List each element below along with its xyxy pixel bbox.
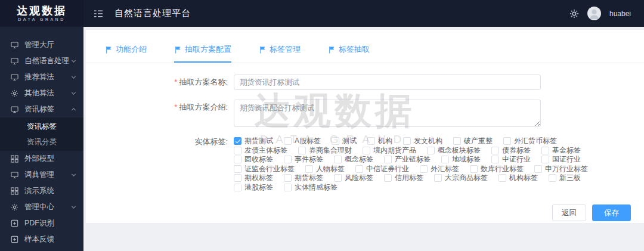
entity-tag-checkbox[interactable]: 中证行业 bbox=[491, 155, 531, 165]
checkbox-icon[interactable] bbox=[355, 165, 363, 173]
checkbox-icon[interactable] bbox=[541, 156, 549, 163]
checkbox-icon[interactable] bbox=[441, 156, 449, 163]
sidebar-subitem[interactable]: 资讯分类 bbox=[0, 134, 83, 150]
entity-tag-checkbox[interactable]: 破产重整 bbox=[453, 137, 493, 146]
entity-tag-checkbox[interactable]: 证监会行业标签 bbox=[234, 165, 295, 174]
monitor-icon bbox=[11, 106, 19, 114]
action-bar: 返回 保存 bbox=[86, 204, 644, 221]
entity-tag-checkbox[interactable]: 期货标签 bbox=[284, 173, 323, 183]
sidebar-item[interactable]: 自然语言处理 bbox=[0, 53, 83, 69]
sidebar-item[interactable]: 样本反馈 bbox=[0, 231, 83, 247]
entity-tag-checkbox[interactable]: 固收标签 bbox=[234, 155, 273, 165]
entity-tag-checkbox[interactable]: 测试 bbox=[332, 137, 357, 146]
tab-标签管理[interactable]: 标签管理 bbox=[259, 44, 301, 63]
checkbox-icon[interactable] bbox=[334, 174, 342, 182]
settings-gear-icon[interactable] bbox=[569, 9, 579, 18]
sidebar-item[interactable]: 资讯标签 bbox=[0, 101, 83, 117]
scheme-name-input[interactable] bbox=[234, 75, 541, 90]
checkbox-icon[interactable] bbox=[420, 165, 428, 173]
menu-toggle-icon[interactable] bbox=[91, 6, 106, 21]
entity-tag-checkbox[interactable]: 产业链标签 bbox=[384, 155, 431, 165]
entity-tag-checkbox[interactable]: 概念板块标签 bbox=[427, 146, 481, 156]
checkbox-icon[interactable] bbox=[470, 165, 478, 173]
flag-icon bbox=[174, 46, 181, 54]
checkbox-icon[interactable] bbox=[284, 156, 292, 163]
entity-tag-checkbox[interactable]: 港股标签 bbox=[234, 183, 273, 193]
checkbox-icon[interactable] bbox=[499, 174, 506, 182]
checkbox-icon[interactable] bbox=[541, 147, 549, 154]
sidebar-item[interactable]: 推荐算法 bbox=[0, 69, 83, 85]
sidebar-item[interactable]: 词典管理 bbox=[0, 167, 83, 183]
entity-tag-checkbox[interactable]: 大宗商品标签 bbox=[434, 173, 488, 183]
entity-tag-checkbox[interactable]: 国证行业 bbox=[541, 155, 581, 165]
checkbox-icon[interactable] bbox=[384, 156, 392, 163]
checkbox-checked-icon[interactable] bbox=[234, 137, 242, 145]
checkbox-icon[interactable] bbox=[434, 174, 442, 182]
checkbox-icon[interactable] bbox=[453, 137, 461, 145]
chevron-down-icon bbox=[71, 75, 76, 80]
sidebar-item[interactable]: 管理中心 bbox=[0, 199, 83, 215]
sidebar-item[interactable]: PDF识别 bbox=[0, 215, 83, 231]
entity-tag-checkbox[interactable]: 实体情感标签 bbox=[284, 183, 338, 193]
entity-tag-checkbox[interactable]: 机构标签 bbox=[499, 173, 538, 183]
tab-标签抽取[interactable]: 标签抽取 bbox=[328, 44, 370, 63]
entity-tag-checkbox[interactable]: 期权标签 bbox=[234, 173, 273, 183]
user-avatar[interactable] bbox=[587, 7, 601, 20]
back-button[interactable]: 返回 bbox=[552, 204, 586, 221]
entity-tag-checkbox[interactable]: 券商集合理财 bbox=[298, 146, 352, 156]
sidebar-item[interactable]: 演示系统 bbox=[0, 183, 83, 199]
scheme-intro-textarea[interactable]: 期货资讯配合打标测试 bbox=[234, 100, 541, 127]
checkbox-icon[interactable] bbox=[363, 147, 370, 154]
sidebar-item[interactable]: 帮助中心 bbox=[0, 247, 83, 251]
checkbox-icon[interactable] bbox=[298, 147, 306, 154]
entity-tag-checkbox[interactable]: 中信证券行业 bbox=[355, 165, 409, 174]
entity-tag-checkbox[interactable]: 期货测试 bbox=[234, 137, 273, 146]
sidebar-item[interactable]: 外部模型 bbox=[0, 151, 83, 167]
entity-tag-checkbox[interactable]: 数库行业标签 bbox=[470, 165, 524, 174]
checkbox-icon[interactable] bbox=[234, 174, 242, 182]
checkbox-icon[interactable] bbox=[332, 137, 339, 145]
sidebar-item[interactable]: 其他算法 bbox=[0, 85, 83, 101]
checkbox-icon[interactable] bbox=[491, 156, 499, 163]
checkbox-icon[interactable] bbox=[284, 137, 292, 145]
entity-tag-checkbox[interactable]: 新三板 bbox=[549, 173, 581, 183]
checkbox-icon[interactable] bbox=[534, 165, 542, 173]
save-button[interactable]: 保存 bbox=[592, 204, 631, 221]
entity-tag-checkbox[interactable]: 发文机构 bbox=[403, 137, 442, 146]
checkbox-icon[interactable] bbox=[384, 174, 392, 182]
entity-tag-checkbox[interactable]: 基金标签 bbox=[541, 146, 581, 156]
entity-tag-checkbox[interactable]: 地域标签 bbox=[441, 155, 481, 165]
checkbox-icon[interactable] bbox=[367, 137, 375, 145]
checkbox-icon[interactable] bbox=[234, 156, 242, 163]
entity-tag-checkbox[interactable]: 信用标签 bbox=[384, 173, 423, 183]
entity-tag-checkbox[interactable]: 事件标签 bbox=[284, 155, 323, 165]
entity-tag-checkbox[interactable]: 外汇货币标签 bbox=[503, 137, 557, 146]
tab-抽取方案配置[interactable]: 抽取方案配置 bbox=[174, 44, 231, 63]
checkbox-icon[interactable] bbox=[305, 165, 313, 173]
entity-tag-checkbox[interactable]: 外汇标签 bbox=[420, 165, 459, 174]
entity-tag-checkbox[interactable]: 风险标签 bbox=[334, 173, 373, 183]
checkbox-icon[interactable] bbox=[491, 147, 499, 154]
checkbox-icon[interactable] bbox=[549, 174, 556, 182]
entity-tag-checkbox[interactable]: 概念标签 bbox=[334, 155, 373, 165]
checkbox-icon[interactable] bbox=[234, 184, 242, 191]
entity-tag-checkbox[interactable]: 发债主体标签 bbox=[234, 146, 287, 156]
checkbox-icon[interactable] bbox=[403, 137, 411, 145]
entity-tag-checkbox[interactable]: 机构 bbox=[367, 137, 392, 146]
checkbox-icon[interactable] bbox=[334, 156, 342, 163]
entity-tag-checkbox[interactable]: 人物标签 bbox=[305, 165, 345, 174]
entity-tag-checkbox[interactable]: 境内期货产品 bbox=[363, 146, 416, 156]
sidebar-subitem[interactable]: 资讯标签 bbox=[0, 119, 83, 134]
username-label[interactable]: huabei bbox=[609, 10, 631, 18]
entity-tag-checkbox[interactable]: 申万行业标签 bbox=[534, 165, 588, 174]
tab-功能介绍[interactable]: 功能介绍 bbox=[105, 44, 147, 63]
checkbox-icon[interactable] bbox=[234, 165, 242, 173]
checkbox-icon[interactable] bbox=[234, 147, 242, 154]
checkbox-icon[interactable] bbox=[284, 174, 292, 182]
checkbox-icon[interactable] bbox=[284, 184, 292, 191]
checkbox-icon[interactable] bbox=[427, 147, 435, 154]
entity-tag-checkbox[interactable]: 债券标签 bbox=[491, 146, 531, 156]
checkbox-icon[interactable] bbox=[503, 137, 511, 145]
entity-tag-checkbox[interactable]: A股标签 bbox=[284, 137, 321, 146]
sidebar-item[interactable]: 管理大厅 bbox=[0, 37, 83, 53]
